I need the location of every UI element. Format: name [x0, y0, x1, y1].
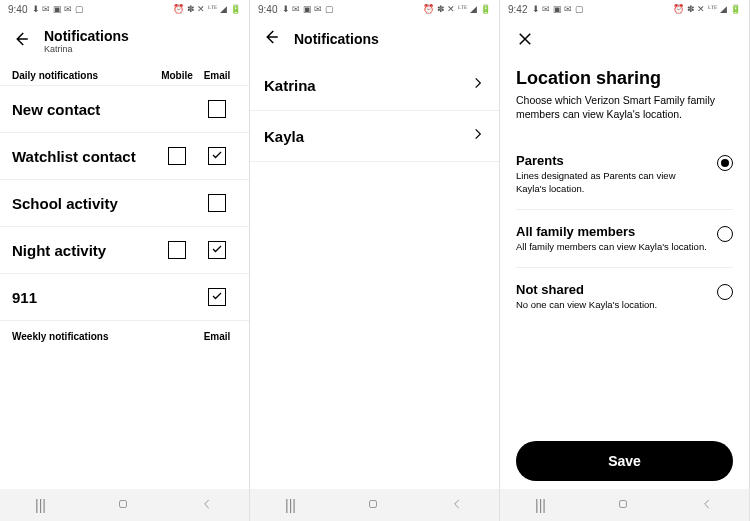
- pane-location-sharing: 9:42 ⬇ ✉ ▣ ✉ ▢ ⏰ ✽ ✕ ᴸᵀᴱ ◢ 🔋 Location sh…: [500, 0, 750, 521]
- header: Notifications Katrina: [0, 18, 249, 64]
- email-checkbox[interactable]: [208, 194, 226, 212]
- recents-icon[interactable]: |||: [35, 497, 46, 513]
- header-titles: Notifications Katrina: [44, 28, 129, 54]
- radio-option[interactable]: All family membersAll family members can…: [516, 210, 733, 268]
- status-icons-right: ⏰ ✽ ✕ ᴸᵀᴱ ◢ 🔋: [423, 5, 491, 14]
- email-checkbox[interactable]: [208, 147, 226, 165]
- email-col: [197, 100, 237, 118]
- notification-row: Watchlist contact: [0, 132, 249, 179]
- email-checkbox[interactable]: [208, 288, 226, 306]
- close-icon[interactable]: [500, 18, 749, 64]
- email-checkbox[interactable]: [208, 100, 226, 118]
- email-col: [197, 288, 237, 306]
- mobile-checkbox[interactable]: [168, 147, 186, 165]
- status-bar: 9:40 ⬇ ✉ ▣ ✉ ▢ ⏰ ✽ ✕ ᴸᵀᴱ ◢ 🔋: [250, 0, 499, 18]
- header-title: Notifications: [44, 28, 129, 44]
- android-nav-bar: |||: [250, 489, 499, 521]
- home-icon[interactable]: [116, 497, 130, 514]
- status-time: 9:40: [258, 4, 277, 15]
- table-header-email: Email: [197, 70, 237, 81]
- back-icon[interactable]: [450, 497, 464, 514]
- status-icons-left: ⬇ ✉ ▣ ✉ ▢: [529, 5, 584, 14]
- recents-icon[interactable]: |||: [535, 497, 546, 513]
- person-name: Katrina: [264, 77, 316, 94]
- email-col: [197, 147, 237, 165]
- email-col: [197, 194, 237, 212]
- notification-label: Night activity: [12, 242, 157, 259]
- status-icons-left: ⬇ ✉ ▣ ✉ ▢: [279, 5, 334, 14]
- radio-text: Not sharedNo one can view Kayla's locati…: [516, 282, 707, 311]
- status-time: 9:40: [8, 4, 27, 15]
- header-titles: Notifications: [294, 31, 379, 47]
- android-nav-bar: |||: [0, 489, 249, 521]
- radio-button[interactable]: [717, 226, 733, 242]
- radio-title: Not shared: [516, 282, 707, 297]
- radio-text: ParentsLines designated as Parents can v…: [516, 153, 707, 195]
- back-arrow-icon[interactable]: [12, 30, 30, 52]
- svg-rect-0: [119, 500, 126, 507]
- mobile-col: [157, 147, 197, 165]
- table-header: Daily notifications Mobile Email: [0, 64, 249, 85]
- back-arrow-icon[interactable]: [262, 28, 280, 50]
- status-bar: 9:40 ⬇ ✉ ▣ ✉ ▢ ⏰ ✽ ✕ ᴸᵀᴱ ◢ 🔋: [0, 0, 249, 18]
- notification-row: School activity: [0, 179, 249, 226]
- location-sharing-content: Location sharing Choose which Verizon Sm…: [500, 64, 749, 489]
- radio-button[interactable]: [717, 284, 733, 300]
- header-title: Notifications: [294, 31, 379, 47]
- header-subtitle: Katrina: [44, 44, 129, 54]
- status-time: 9:42: [508, 4, 527, 15]
- pane-daily-notifications: 9:40 ⬇ ✉ ▣ ✉ ▢ ⏰ ✽ ✕ ᴸᵀᴱ ◢ 🔋 Notificatio…: [0, 0, 250, 521]
- person-name: Kayla: [264, 128, 304, 145]
- weekly-col: Email: [197, 331, 237, 342]
- radio-text: All family membersAll family members can…: [516, 224, 707, 253]
- back-icon[interactable]: [700, 497, 714, 514]
- home-icon[interactable]: [366, 497, 380, 514]
- radio-subtitle: Lines designated as Parents can view Kay…: [516, 170, 707, 195]
- radio-title: All family members: [516, 224, 707, 239]
- notification-label: 911: [12, 289, 157, 306]
- home-icon[interactable]: [616, 497, 630, 514]
- back-icon[interactable]: [200, 497, 214, 514]
- recents-icon[interactable]: |||: [285, 497, 296, 513]
- header: Notifications: [250, 18, 499, 60]
- status-icons-right: ⏰ ✽ ✕ ᴸᵀᴱ ◢ 🔋: [173, 5, 241, 14]
- weekly-label: Weekly notifications: [12, 331, 197, 342]
- mobile-checkbox[interactable]: [168, 241, 186, 259]
- status-icons-left: ⬇ ✉ ▣ ✉ ▢: [29, 5, 84, 14]
- table-header-mobile: Mobile: [157, 70, 197, 81]
- table-header-label: Daily notifications: [12, 70, 157, 81]
- status-bar: 9:42 ⬇ ✉ ▣ ✉ ▢ ⏰ ✽ ✕ ᴸᵀᴱ ◢ 🔋: [500, 0, 749, 18]
- notification-label: School activity: [12, 195, 157, 212]
- save-button[interactable]: Save: [516, 441, 733, 481]
- chevron-right-icon: [471, 76, 485, 94]
- weekly-section-header: Weekly notifications Email: [0, 320, 249, 346]
- status-icons-right: ⏰ ✽ ✕ ᴸᵀᴱ ◢ 🔋: [673, 5, 741, 14]
- notification-row: 911: [0, 273, 249, 320]
- person-list: KatrinaKayla: [250, 60, 499, 489]
- person-row[interactable]: Katrina: [250, 60, 499, 111]
- svg-rect-1: [369, 500, 376, 507]
- page-title: Location sharing: [516, 68, 733, 89]
- svg-rect-2: [619, 500, 626, 507]
- notification-label: Watchlist contact: [12, 148, 157, 165]
- chevron-right-icon: [471, 127, 485, 145]
- pane-people-list: 9:40 ⬇ ✉ ▣ ✉ ▢ ⏰ ✽ ✕ ᴸᵀᴱ ◢ 🔋 Notificatio…: [250, 0, 500, 521]
- person-row[interactable]: Kayla: [250, 111, 499, 162]
- radio-button[interactable]: [717, 155, 733, 171]
- radio-subtitle: All family members can view Kayla's loca…: [516, 241, 707, 253]
- daily-notifications-table: Daily notifications Mobile Email New con…: [0, 64, 249, 489]
- radio-option[interactable]: ParentsLines designated as Parents can v…: [516, 139, 733, 210]
- radio-option-list: ParentsLines designated as Parents can v…: [516, 139, 733, 325]
- radio-title: Parents: [516, 153, 707, 168]
- email-col: [197, 241, 237, 259]
- mobile-col: [157, 241, 197, 259]
- notification-row: Night activity: [0, 226, 249, 273]
- notification-row: New contact: [0, 85, 249, 132]
- notification-label: New contact: [12, 101, 157, 118]
- email-checkbox[interactable]: [208, 241, 226, 259]
- android-nav-bar: |||: [500, 489, 749, 521]
- radio-option[interactable]: Not sharedNo one can view Kayla's locati…: [516, 268, 733, 325]
- radio-subtitle: No one can view Kayla's location.: [516, 299, 707, 311]
- page-description: Choose which Verizon Smart Family family…: [516, 93, 733, 121]
